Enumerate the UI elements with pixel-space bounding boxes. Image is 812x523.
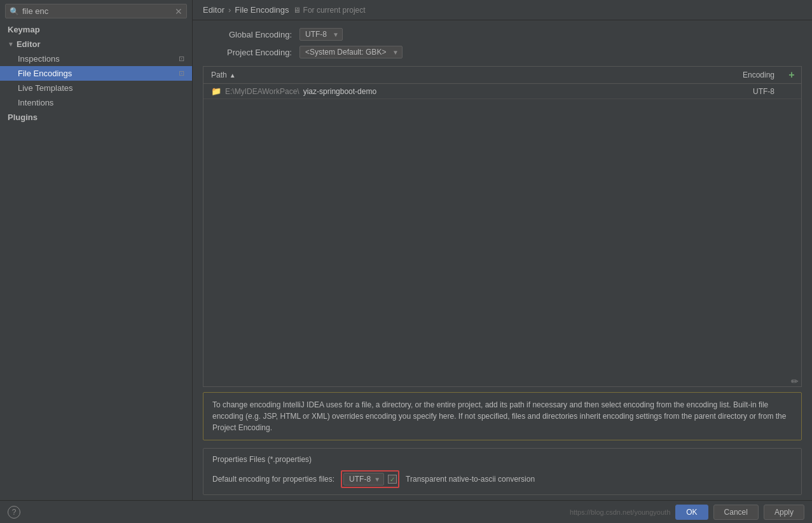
folder-icon: 📁 <box>211 86 221 96</box>
properties-section: Properties Files (*.properties) Default … <box>203 448 802 495</box>
global-encoding-label: Global Encoding: <box>203 30 292 39</box>
content-area: Editor › File Encodings 🖥 For current pr… <box>193 0 812 500</box>
breadcrumb-separator: › <box>228 5 231 15</box>
sidebar-item-inspections[interactable]: Inspections ⊡ <box>0 51 192 66</box>
cancel-button[interactable]: Cancel <box>713 505 759 520</box>
settings-area: Global Encoding: UTF-8 ▼ Project Encodin… <box>193 20 812 66</box>
sidebar-item-keymap[interactable]: Keymap <box>0 22 192 37</box>
help-button[interactable]: ? <box>8 506 20 519</box>
add-icon[interactable]: + <box>788 69 794 81</box>
path-header-label: Path <box>211 71 227 79</box>
sidebar: 🔍 ✕ Keymap ▼ Editor Inspections ⊡ File E… <box>0 0 193 500</box>
sidebar-item-file-encodings-label: File Encodings <box>18 69 72 78</box>
sort-icon[interactable]: ▲ <box>230 72 236 79</box>
global-encoding-dropdown-wrapper: UTF-8 ▼ <box>299 28 343 41</box>
properties-encoding-select[interactable]: UTF-8 <box>343 473 384 486</box>
global-encoding-row: Global Encoding: UTF-8 ▼ <box>203 28 802 41</box>
table-empty-area <box>203 99 801 374</box>
table-add-btn[interactable]: + <box>782 69 801 81</box>
table-row-encoding: UTF-8 <box>693 87 782 96</box>
breadcrumb: Editor <box>203 5 224 15</box>
sidebar-item-plugins[interactable]: Plugins <box>0 110 192 125</box>
search-icon: 🔍 <box>10 7 19 16</box>
encoding-header-label: Encoding <box>743 71 774 79</box>
encoding-header: Encoding <box>693 71 782 79</box>
watermark: https://blog.csdn.net/youngyouth <box>570 508 670 516</box>
encoding-table: Path ▲ Encoding + 📁 E:\MyIDEAWorkPace\ y… <box>203 66 802 387</box>
row-encoding-value: UTF-8 <box>753 87 774 96</box>
project-badge: 🖥 For current project <box>293 6 366 15</box>
sidebar-item-file-encodings[interactable]: File Encodings ⊡ <box>0 66 192 81</box>
info-box: To change encoding IntelliJ IDEA uses fo… <box>203 392 802 440</box>
path-prefix: E:\MyIDEAWorkPace\ <box>225 87 299 96</box>
project-badge-icon: 🖥 <box>293 6 301 15</box>
bottom-right: https://blog.csdn.net/youngyouth OK Canc… <box>570 505 804 520</box>
transparent-checkbox[interactable]: ✓ <box>388 475 397 484</box>
clear-search-icon[interactable]: ✕ <box>175 7 182 16</box>
properties-title-label: Properties Files (*.properties) <box>212 455 312 464</box>
sidebar-item-keymap-label: Keymap <box>8 25 40 34</box>
properties-encoding-dropdown-wrapper: UTF-8 ▼ <box>343 473 384 486</box>
table-row-path: 📁 E:\MyIDEAWorkPace\ yiaz-springboot-dem… <box>203 86 693 96</box>
project-encoding-dropdown-wrapper: <System Default: GBK> ▼ <box>299 46 403 58</box>
table-header: Path ▲ Encoding + <box>203 67 801 84</box>
edit-icon-area: ✏ <box>203 376 801 386</box>
sidebar-item-inspections-label: Inspections <box>18 54 60 64</box>
global-encoding-select[interactable]: UTF-8 <box>299 28 343 41</box>
path-highlight: yiaz-springboot-demo <box>303 87 376 96</box>
search-input[interactable] <box>22 6 175 16</box>
project-encoding-row: Project Encoding: <System Default: GBK> … <box>203 46 802 58</box>
properties-row: Default encoding for properties files: U… <box>212 470 792 488</box>
project-encoding-label: Project Encoding: <box>203 48 292 57</box>
ok-button[interactable]: OK <box>675 505 708 520</box>
file-encodings-icon: ⊡ <box>179 69 184 78</box>
sidebar-item-intentions-label: Intentions <box>18 98 53 107</box>
project-encoding-select[interactable]: <System Default: GBK> <box>299 46 403 58</box>
sidebar-item-intentions[interactable]: Intentions <box>0 95 192 110</box>
encoding-for-properties-label: Default encoding for properties files: <box>212 475 334 484</box>
sidebar-item-plugins-label: Plugins <box>8 112 38 122</box>
editor-collapse-arrow: ▼ <box>8 41 14 48</box>
properties-title: Properties Files (*.properties) <box>212 455 792 464</box>
edit-pencil-icon[interactable]: ✏ <box>791 376 799 386</box>
sidebar-item-live-templates[interactable]: Live Templates <box>0 81 192 95</box>
project-badge-label: For current project <box>303 6 366 15</box>
sidebar-item-live-templates-label: Live Templates <box>18 83 72 93</box>
info-text: To change encoding IntelliJ IDEA uses fo… <box>212 400 786 432</box>
bottom-bar: ? https://blog.csdn.net/youngyouth OK Ca… <box>0 500 812 523</box>
search-box: 🔍 ✕ <box>5 4 187 18</box>
bottom-left: ? <box>8 506 20 519</box>
apply-button[interactable]: Apply <box>764 505 804 520</box>
sidebar-item-editor-label: Editor <box>17 39 41 49</box>
table-row[interactable]: 📁 E:\MyIDEAWorkPace\ yiaz-springboot-dem… <box>203 84 801 99</box>
path-header: Path ▲ <box>203 71 693 79</box>
content-header: Editor › File Encodings 🖥 For current pr… <box>193 0 812 20</box>
inspections-icon: ⊡ <box>179 55 184 63</box>
transparent-checkbox-label: Transparent native-to-ascii conversion <box>406 475 535 484</box>
page-title: File Encodings <box>235 5 289 15</box>
properties-highlighted-area: UTF-8 ▼ ✓ <box>341 470 399 488</box>
sidebar-item-editor[interactable]: ▼ Editor <box>0 37 192 51</box>
